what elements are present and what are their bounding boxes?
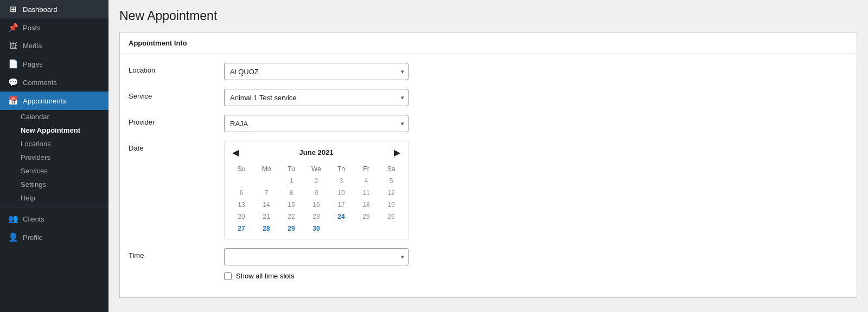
calendar-day: 8 [279,187,304,199]
sidebar-sub-help[interactable]: Help [0,191,108,205]
calendar-prev-button[interactable]: ◀ [229,146,242,159]
calendar-week-row: 12345 [229,175,404,187]
calendar-day: 23 [304,211,329,223]
service-row: Service Animal 1 Test service Service 2 … [129,89,848,106]
calendar-weekday: Th [329,163,354,175]
calendar-day: 21 [254,211,279,223]
show-all-slots-checkbox[interactable] [224,272,232,280]
sidebar-sub-calendar[interactable]: Calendar [0,110,108,123]
calendar-day[interactable]: 30 [304,223,329,235]
provider-select[interactable]: RAJA Provider 2 Provider 3 [224,115,409,132]
show-all-slots-label[interactable]: Show all time slots [236,272,295,280]
calendar-week-row: 20212223242526 [229,211,404,223]
calendar-day[interactable]: 24 [329,211,354,223]
sidebar-sub-providers[interactable]: Providers [0,151,108,164]
calendar-day[interactable]: 29 [279,223,304,235]
calendar-grid: SuMoTuWeThFrSa 1234567891011121314151617… [229,163,404,235]
appointment-info-card: Appointment Info Location Al QUOZ Downto… [119,32,857,298]
calendar-weekday: We [304,163,329,175]
calendar-weekday: Fr [354,163,379,175]
show-all-slots-row: Show all time slots [224,272,409,280]
calendar-weekday: Tu [279,163,304,175]
sidebar-item-appointments[interactable]: 📅 Appointments [0,92,108,110]
date-label: Date [129,141,215,152]
calendar-weekday: Su [229,163,254,175]
time-row: Time ▾ Show all time slots [129,248,848,280]
card-body: Location Al QUOZ Downtown Marina ▾ Servi… [120,54,857,297]
calendar-week-row: 27282930 [229,223,404,235]
sidebar-item-dashboard[interactable]: ⊞ Dashboard [0,0,108,18]
calendar-weekdays-row: SuMoTuWeThFrSa [229,163,404,175]
sidebar-item-media[interactable]: 🖼 Media [0,37,108,55]
card-header: Appointment Info [120,32,857,54]
comments-icon: 💬 [8,77,18,87]
media-icon: 🖼 [8,41,18,50]
calendar-day: 25 [354,211,379,223]
provider-select-wrapper: RAJA Provider 2 Provider 3 ▾ [224,115,409,132]
calendar-header: ◀ June 2021 ▶ [229,146,404,159]
calendar-day [379,223,404,235]
location-row: Location Al QUOZ Downtown Marina ▾ [129,63,848,80]
calendar-day: 5 [379,175,404,187]
calendar-day[interactable]: 28 [254,223,279,235]
provider-row: Provider RAJA Provider 2 Provider 3 ▾ [129,115,848,132]
sidebar-item-pages[interactable]: 📄 Pages [0,55,108,73]
pages-icon: 📄 [8,59,18,69]
calendar-day: 1 [279,175,304,187]
calendar-body: 1234567891011121314151617181920212223242… [229,175,404,235]
calendar-week-row: 13141516171819 [229,199,404,211]
calendar-day: 7 [254,187,279,199]
calendar-day [354,223,379,235]
calendar-day [329,223,354,235]
calendar-day: 6 [229,187,254,199]
time-select[interactable] [224,248,409,265]
calendar-day: 11 [354,187,379,199]
sidebar-item-profile[interactable]: 👤 Profile [0,228,108,246]
main-content: New Appointment Appointment Info Locatio… [108,0,868,312]
appointments-icon: 📅 [8,96,18,106]
profile-icon: 👤 [8,232,18,242]
calendar-next-button[interactable]: ▶ [391,146,404,159]
sidebar-item-clients[interactable]: 👥 Clients [0,210,108,228]
calendar-day [229,175,254,187]
posts-icon: 📌 [8,23,18,32]
calendar-day: 13 [229,199,254,211]
dashboard-icon: ⊞ [8,4,18,14]
clients-icon: 👥 [8,214,18,224]
calendar-week-row: 6789101112 [229,187,404,199]
calendar: ◀ June 2021 ▶ SuMoTuWeThFrSa 12345678910… [224,141,409,239]
calendar-day: 10 [329,187,354,199]
page-title: New Appointment [119,9,857,23]
calendar-day: 17 [329,199,354,211]
calendar-day: 19 [379,199,404,211]
service-select[interactable]: Animal 1 Test service Service 2 Service … [224,89,409,106]
service-label: Service [129,89,215,100]
sidebar-sub-settings[interactable]: Settings [0,178,108,191]
time-select-wrapper: ▾ [224,248,409,265]
calendar-day: 20 [229,211,254,223]
sidebar-sub-locations[interactable]: Locations [0,137,108,151]
calendar-day: 3 [329,175,354,187]
location-select-wrapper: Al QUOZ Downtown Marina ▾ [224,63,409,80]
calendar-day[interactable]: 27 [229,223,254,235]
sidebar: ⊞ Dashboard 📌 Posts 🖼 Media 📄 Pages 💬 Co… [0,0,108,312]
provider-label: Provider [129,115,215,126]
service-select-wrapper: Animal 1 Test service Service 2 Service … [224,89,409,106]
calendar-weekday: Sa [379,163,404,175]
calendar-day: 12 [379,187,404,199]
location-label: Location [129,63,215,74]
calendar-day: 9 [304,187,329,199]
sidebar-divider [0,207,108,207]
calendar-day: 2 [304,175,329,187]
calendar-day [254,175,279,187]
location-select[interactable]: Al QUOZ Downtown Marina [224,63,409,80]
calendar-month-label: June 2021 [299,148,334,157]
calendar-day: 26 [379,211,404,223]
sidebar-item-posts[interactable]: 📌 Posts [0,18,108,37]
sidebar-sub-services[interactable]: Services [0,164,108,178]
date-row: Date ◀ June 2021 ▶ SuMoTuWeThFrSa 123456… [129,141,848,239]
sidebar-item-comments[interactable]: 💬 Comments [0,73,108,92]
calendar-day: 16 [304,199,329,211]
sidebar-sub-new-appointment[interactable]: New Appointment [0,123,108,137]
calendar-day: 15 [279,199,304,211]
